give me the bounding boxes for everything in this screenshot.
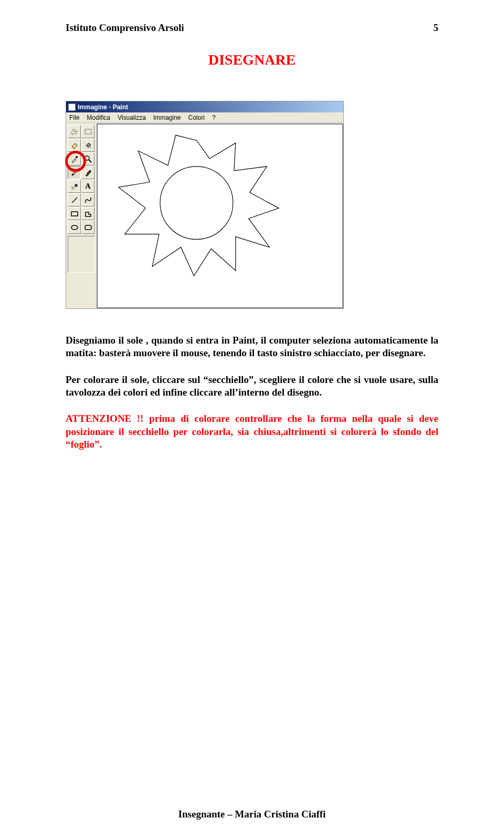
section-title: DISEGNARE (66, 51, 438, 68)
paint-canvas[interactable] (98, 125, 342, 307)
paragraph-attention: ATTENZIONE !! prima di colorare controll… (66, 412, 438, 451)
svg-marker-0 (71, 129, 77, 135)
svg-line-11 (72, 198, 77, 203)
paint-menubar: File Modifica Visualizza Immagine Colori… (66, 112, 343, 123)
tool-options-box (68, 236, 95, 273)
tool-eraser[interactable] (68, 139, 81, 152)
svg-point-10 (74, 188, 74, 189)
tool-rectangle[interactable] (68, 207, 81, 220)
svg-rect-1 (85, 129, 91, 134)
tool-freeform-select[interactable] (68, 125, 81, 138)
page-header: Istituto Comprensivo Arsoli 5 (66, 22, 438, 34)
tool-airbrush[interactable] (68, 180, 81, 193)
paint-canvas-area (97, 123, 343, 308)
svg-point-9 (71, 187, 72, 187)
svg-rect-5 (87, 170, 91, 174)
svg-point-6 (72, 188, 72, 188)
tool-line[interactable] (68, 193, 81, 206)
tool-fill-bucket[interactable] (81, 139, 94, 152)
paragraph-draw-instructions: Disegniamo il sole , quando si entra in … (66, 334, 438, 360)
svg-point-7 (73, 187, 74, 187)
menu-immagine[interactable]: Immagine (153, 114, 181, 121)
paint-window: Immagine - Paint File Modifica Visualizz… (66, 101, 344, 309)
pencil-tool-highlight-circle (65, 151, 86, 172)
svg-marker-13 (86, 212, 91, 216)
menu-modifica[interactable]: Modifica (87, 114, 110, 121)
tool-text[interactable]: A (81, 180, 94, 193)
paragraph-fill-instructions: Per colorare il sole, cliccare sul “secc… (66, 374, 438, 399)
tool-ellipse[interactable] (68, 221, 81, 234)
paint-app-icon (68, 103, 76, 111)
header-page-number: 5 (434, 22, 439, 34)
menu-file[interactable]: File (69, 114, 79, 121)
svg-point-8 (72, 189, 73, 189)
paint-titlebar: Immagine - Paint (66, 101, 343, 112)
svg-rect-15 (85, 225, 91, 230)
paint-toolbox: A (66, 123, 97, 308)
sun-drawing (98, 125, 342, 307)
paint-title-text: Immagine - Paint (78, 103, 128, 111)
attention-label: ATTENZIONE !! (66, 413, 143, 424)
tool-polygon[interactable] (81, 207, 94, 220)
header-institution: Istituto Comprensivo Arsoli (66, 22, 184, 34)
menu-visualizza[interactable]: Visualizza (118, 114, 146, 121)
tool-rect-select[interactable] (81, 125, 94, 138)
tool-rounded-rectangle[interactable] (81, 221, 94, 234)
page-footer: Insegnante – Maria Cristina Ciaffi (0, 809, 504, 820)
svg-point-16 (160, 167, 233, 240)
tool-curve[interactable] (81, 193, 94, 206)
menu-help[interactable]: ? (212, 114, 216, 121)
svg-rect-12 (71, 212, 78, 216)
menu-colori[interactable]: Colori (188, 114, 205, 121)
svg-line-4 (89, 160, 91, 162)
svg-point-14 (71, 225, 78, 230)
